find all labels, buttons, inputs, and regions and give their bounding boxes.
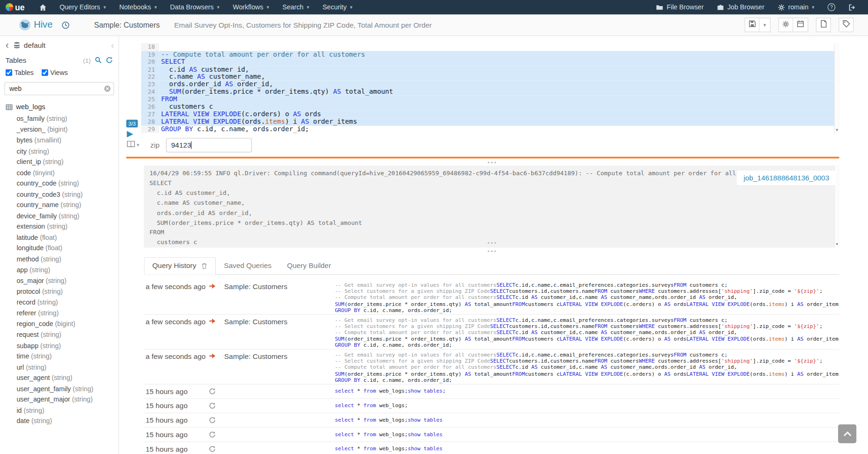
nav-menu-workflows[interactable]: Workflows▾ [226,0,276,15]
database-name[interactable]: default [24,41,45,49]
editor-line-24[interactable]: 24 SUM(order_items.price * order_items.q… [141,88,839,96]
history-row[interactable]: 15 hours ago select * from web_logs;show… [144,428,839,442]
resize-handle[interactable] [144,249,839,253]
sql-editor[interactable]: 1819-- Compute total amount per order fo… [141,43,839,134]
column-item-latitude[interactable]: latitude (float) [0,232,118,243]
column-item-record[interactable]: record (string) [0,297,118,308]
refresh-icon[interactable] [106,57,113,64]
save-options-button[interactable]: ▾ [759,18,771,32]
views-checkbox[interactable] [41,69,48,76]
editor-line-21[interactable]: 21 c.id AS customer_id, [141,66,839,73]
nav-romain[interactable]: romain▾ [771,0,821,15]
column-item-user-agent[interactable]: user_agent (string) [0,373,118,384]
editor-line-29[interactable]: 29GROUP BY c.id, c.name, ords.order_id; [141,126,839,133]
column-item-code[interactable]: code (tinyint) [0,168,118,179]
tables-checkbox[interactable] [6,69,12,76]
history-row[interactable]: 15 hours ago select * from web_logs;show… [144,413,839,428]
column-item-region-code[interactable]: region_code (bigint) [0,319,118,329]
history-row[interactable]: 15 hours ago select * from web_logs;show… [144,385,839,399]
column-item-method[interactable]: method (string) [0,254,118,265]
clear-search-icon[interactable] [103,85,111,93]
column-item-url[interactable]: url (string) [0,362,118,373]
variable-label: zip [150,141,160,149]
save-button[interactable] [744,18,759,32]
assist-docs-button[interactable]: ▾ [126,140,140,150]
nav-menu-query-editors[interactable]: Query Editors▾ [53,0,113,15]
query-history-icon[interactable] [61,21,70,29]
column-item-country-code3[interactable]: country_code3 (string) [0,189,118,200]
execute-button[interactable]: ▶ [127,129,133,137]
schedule-button[interactable] [793,18,808,32]
scroll-to-top-button[interactable] [838,424,856,443]
history-row[interactable]: a few seconds ago Sample: Customers -- G… [144,280,839,314]
column-item-city[interactable]: city (string) [0,146,118,157]
column-item-protocol[interactable]: protocol (string) [0,286,118,297]
editor-line-18[interactable]: 18 [141,43,839,51]
variable-zip-input[interactable] [166,138,252,152]
editor-line-22[interactable]: 22 c.name AS customer_name, [141,73,839,81]
tab-query-history[interactable]: Query History [144,257,216,275]
column-item-time[interactable]: time (string) [0,351,118,362]
editor-line-25[interactable]: 25FROM [141,96,839,103]
collapse-sidebar-icon[interactable]: ‹ [111,42,114,48]
scroll-down-icon[interactable]: ▼ [835,127,839,134]
editor-line-27[interactable]: 27LATERAL VIEW EXPLODE(c.orders) o AS or… [141,111,839,118]
nav-menu-notebooks[interactable]: Notebooks▾ [113,0,164,15]
tab-query-builder[interactable]: Query Builder [279,258,338,274]
column-item-client-ip[interactable]: client_ip (string) [0,157,118,168]
back-chevron-icon[interactable]: ‹ [6,42,9,48]
app-name[interactable]: Hive [34,19,52,30]
nav-menu-data-browsers[interactable]: Data Browsers▾ [163,0,226,15]
column-item-os-major[interactable]: os_major (string) [0,275,118,286]
resize-handle[interactable] [144,160,839,164]
column-item-version[interactable]: _version_ (bigint) [0,124,118,135]
nav-logout[interactable] [842,0,862,15]
trash-icon[interactable] [201,262,208,269]
column-item-user-agent-family[interactable]: user_agent_family (string) [0,384,118,394]
column-item-country-name[interactable]: country_name (string) [0,200,118,211]
home-button[interactable] [32,0,53,15]
history-row[interactable]: a few seconds ago Sample: Customers -- G… [144,350,839,384]
resize-handle[interactable] [144,240,839,245]
nav-menu-search[interactable]: Search▾ [276,0,316,15]
column-item-os-family[interactable]: os_family (string) [0,113,118,124]
column-item-extension[interactable]: extension (string) [0,222,118,232]
settings-button[interactable] [778,18,793,32]
column-item-subapp[interactable]: subapp (string) [0,341,118,351]
editor-line-23[interactable]: 23 ords.order_id AS order_id, [141,81,839,88]
search-icon[interactable] [95,57,102,64]
hue-logo[interactable]: ue [0,2,32,12]
nav-menu-security[interactable]: Security▾ [316,0,359,15]
table-search-input[interactable] [4,82,114,95]
editor-scrollbar[interactable]: ▼ [834,43,839,134]
editor-line-28[interactable]: 28LATERAL VIEW EXPLODE(ords.items) i AS … [141,118,839,126]
column-item-longitude[interactable]: longitude (float) [0,243,118,254]
column-item-date[interactable]: date (string) [0,416,118,427]
column-item-request[interactable]: request (string) [0,330,118,341]
column-item-device-family[interactable]: device_family (string) [0,211,118,222]
tab-saved-queries[interactable]: Saved Queries [216,258,280,274]
column-item-bytes[interactable]: bytes (smallint) [0,135,118,146]
tags-button[interactable] [839,18,853,32]
filter-tables[interactable]: Tables [6,69,34,77]
column-item-user-agent-major[interactable]: user_agent_major (string) [0,394,118,405]
history-row[interactable]: a few seconds ago Sample: Customers -- G… [144,315,839,350]
line-number: 23 [141,81,159,88]
editor-line-26[interactable]: 26 customers c [141,103,839,111]
nav-help[interactable]: ? [821,0,842,15]
history-row[interactable]: 15 hours ago select * from web_logs; [144,399,839,413]
query-history-list: a few seconds ago Sample: Customers -- G… [144,280,839,454]
new-document-button[interactable] [816,18,831,32]
column-item-id[interactable]: id (string) [0,405,118,416]
nav-job-browser[interactable]: Job Browser [710,0,771,15]
column-item-referer[interactable]: referer (string) [0,308,118,319]
nav-file-browser[interactable]: File Browser [649,0,710,15]
editor-line-19[interactable]: 19-- Compute total amount per order for … [141,51,839,58]
job-link[interactable]: job_1461888648136_0003 [743,174,829,182]
table-item[interactable]: web_logs [0,97,118,112]
history-row[interactable]: 15 hours ago select * from web_logs;show… [144,442,839,454]
column-item-country-code[interactable]: country_code (string) [0,179,118,189]
filter-views[interactable]: Views [41,69,68,77]
editor-line-20[interactable]: 20SELECT [141,58,839,66]
column-item-app[interactable]: app (string) [0,265,118,275]
